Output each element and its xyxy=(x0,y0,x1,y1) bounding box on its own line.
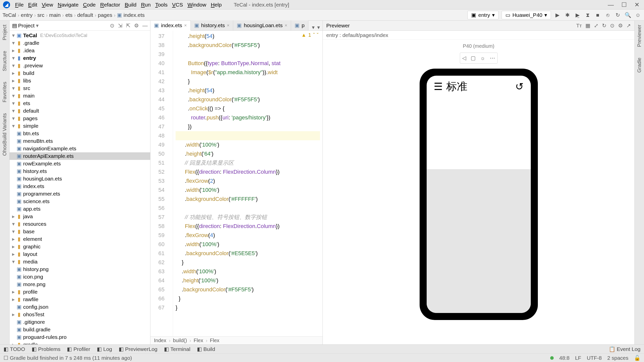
tree-folder[interactable]: ▾▮.preview xyxy=(10,62,150,69)
breadcrumb-item[interactable]: ets xyxy=(65,12,72,18)
tree-folder[interactable]: ▸▮libs xyxy=(10,77,150,84)
tree-folder[interactable]: ▾▮media xyxy=(10,258,150,265)
tree-file[interactable]: ▣config.json xyxy=(10,303,150,311)
close-tab-icon[interactable]: × xyxy=(227,23,230,28)
menu-tools[interactable]: Tools xyxy=(153,1,170,8)
readonly-icon[interactable]: 🔓 xyxy=(634,355,640,361)
menu-edit[interactable]: Edit xyxy=(26,1,39,8)
close-tab-icon[interactable]: × xyxy=(184,23,187,28)
history-icon[interactable]: ↺ xyxy=(515,81,524,92)
tree-file[interactable]: ▣proguard-rules.pro xyxy=(10,333,150,341)
run-icon[interactable]: ▶ xyxy=(554,12,561,19)
menu-file[interactable]: File xyxy=(13,1,26,8)
tree-file[interactable]: ▣history.ets xyxy=(10,167,150,175)
minimize-icon[interactable]: — xyxy=(608,1,614,8)
breadcrumb-item[interactable]: src xyxy=(37,12,44,18)
refresh-icon[interactable]: ↻ xyxy=(602,23,607,29)
indent-config[interactable]: 2 spaces xyxy=(607,355,628,361)
tree-root[interactable]: ▾▣TeCalE:\DevEcoStudio\TeCal xyxy=(10,32,150,39)
editor-breadcrumb-item[interactable]: build() xyxy=(173,338,187,343)
breadcrumb-item[interactable]: main xyxy=(49,12,61,18)
tree-folder[interactable]: ▾▮main xyxy=(10,92,150,100)
menu-vcs[interactable]: VCS xyxy=(170,1,185,8)
tree-folder[interactable]: ▾▮entry xyxy=(10,54,150,62)
brightness-icon[interactable]: ☼ xyxy=(480,55,485,61)
collapse-icon[interactable]: ⇱ xyxy=(126,23,131,29)
tree-file[interactable]: ▣routerApiExample.ets xyxy=(10,152,150,160)
breadcrumb-item[interactable]: ▣ index.ets xyxy=(117,12,145,18)
close-icon[interactable]: ✕ xyxy=(634,1,639,8)
menu-run[interactable]: Run xyxy=(139,1,153,8)
tree-folder[interactable]: ▸▮rawfile xyxy=(10,296,150,303)
editor-breadcrumb-item[interactable]: Index xyxy=(154,338,166,343)
expand-icon[interactable]: ⤢ xyxy=(594,23,598,29)
tree-folder[interactable]: ▾▮default xyxy=(10,107,150,115)
coverage-icon[interactable]: ▶̤ xyxy=(574,12,581,19)
menu-refactor[interactable]: Refactor xyxy=(98,1,122,8)
stop-icon[interactable]: ■ xyxy=(594,12,601,19)
menu-view[interactable]: View xyxy=(40,1,55,8)
tool-window-previewer[interactable]: Previewer xyxy=(636,23,642,49)
settings-icon[interactable]: ⚙ xyxy=(134,23,139,29)
grid-icon[interactable]: ▦ xyxy=(585,23,590,29)
editor-breadcrumb-item[interactable]: Flex xyxy=(210,338,219,343)
breadcrumb-item[interactable]: TeCal xyxy=(3,12,16,18)
popout-icon[interactable]: ↗ xyxy=(626,23,631,29)
chevron-down-icon[interactable]: ▾ xyxy=(36,23,39,29)
menu-code[interactable]: Code xyxy=(81,1,98,8)
profile-icon[interactable]: ⧗ xyxy=(584,12,591,19)
project-tree[interactable]: ▾▣TeCalE:\DevEcoStudio\TeCal▾▮.gradle▸▮.… xyxy=(10,31,150,344)
tree-folder[interactable]: ▾▮simple xyxy=(10,122,150,130)
menu-window[interactable]: Window xyxy=(185,1,208,8)
tree-folder[interactable]: ▾▮.gradle xyxy=(10,39,150,47)
tool-window-favorites[interactable]: Favorites xyxy=(2,80,8,104)
locate-icon[interactable]: ⊙ xyxy=(610,23,615,29)
editor-tab[interactable]: ▣housingLoan.ets× xyxy=(233,20,291,30)
close-tab-icon[interactable]: × xyxy=(285,23,287,28)
search-icon[interactable]: 🔍 xyxy=(624,12,631,19)
text-icon[interactable]: Tт xyxy=(576,23,582,29)
tree-file[interactable]: ▣index.ets xyxy=(10,183,150,190)
tree-folder[interactable]: ▾▮ets xyxy=(10,100,150,107)
chevron-down-icon[interactable]: ▾ xyxy=(312,24,315,30)
tree-file[interactable]: ▣btn.ets xyxy=(10,130,150,137)
tree-folder[interactable]: ▾▮src xyxy=(10,84,150,92)
tree-file[interactable]: ▣programmer.ets xyxy=(10,190,150,198)
device-dropdown[interactable]: ▭ Huawei_P40 ▾ xyxy=(502,11,551,19)
editor-breadcrumb-item[interactable]: Flex xyxy=(194,338,203,343)
tree-file[interactable]: ▣icon.png xyxy=(10,273,150,281)
tree-folder[interactable]: ▸▮element xyxy=(10,235,150,243)
tool-window-project[interactable]: Project xyxy=(2,23,8,42)
tree-file[interactable]: ▣science.ets xyxy=(10,198,150,205)
bottom-tool-log[interactable]: ◧ Log xyxy=(97,346,112,352)
settings-icon[interactable]: ⚙ xyxy=(618,23,623,29)
tree-file[interactable]: ▣.gitignore xyxy=(10,318,150,326)
menu-navigate[interactable]: Navigate xyxy=(56,1,80,8)
bottom-tool-previewerlog[interactable]: ◧ PreviewerLog xyxy=(119,346,157,352)
tree-folder[interactable]: ▸▮gradle xyxy=(10,341,150,344)
caret-position[interactable]: 48:8 xyxy=(559,355,570,361)
debug-icon[interactable]: ✱ xyxy=(564,12,571,19)
editor-tab[interactable]: ▣index.ets× xyxy=(150,21,191,31)
tree-file[interactable]: ▣more.png xyxy=(10,281,150,288)
tree-file[interactable]: ▣history.png xyxy=(10,265,150,273)
bottom-tool-build[interactable]: ◧ Build xyxy=(197,346,215,352)
hide-icon[interactable]: — xyxy=(142,23,148,29)
tree-folder[interactable]: ▾▮base xyxy=(10,228,150,235)
tree-file[interactable]: ▣rowExample.ets xyxy=(10,160,150,167)
sync-icon[interactable]: ↻ xyxy=(614,12,621,19)
tree-file[interactable]: ▣build.gradle xyxy=(10,326,150,333)
breadcrumb-item[interactable]: entry xyxy=(21,12,33,18)
tree-folder[interactable]: ▾▮resources xyxy=(10,220,150,228)
maximize-icon[interactable]: ☐ xyxy=(621,1,627,8)
bottom-tool-terminal[interactable]: ◧ Terminal xyxy=(164,346,190,352)
bottom-tool-todo[interactable]: ◧ TODO xyxy=(4,346,25,352)
tree-folder[interactable]: ▸▮layout xyxy=(10,250,150,258)
menu-help[interactable]: Help xyxy=(209,1,224,8)
rotate-icon[interactable]: ▢ xyxy=(471,55,476,61)
tree-folder[interactable]: ▾▮pages xyxy=(10,115,150,122)
breadcrumb-item[interactable]: default xyxy=(77,12,93,18)
tree-file[interactable]: ▣housingLoan.ets xyxy=(10,175,150,183)
tree-folder[interactable]: ▸▮java xyxy=(10,213,150,220)
tool-window-structure[interactable]: Structure xyxy=(2,49,8,73)
